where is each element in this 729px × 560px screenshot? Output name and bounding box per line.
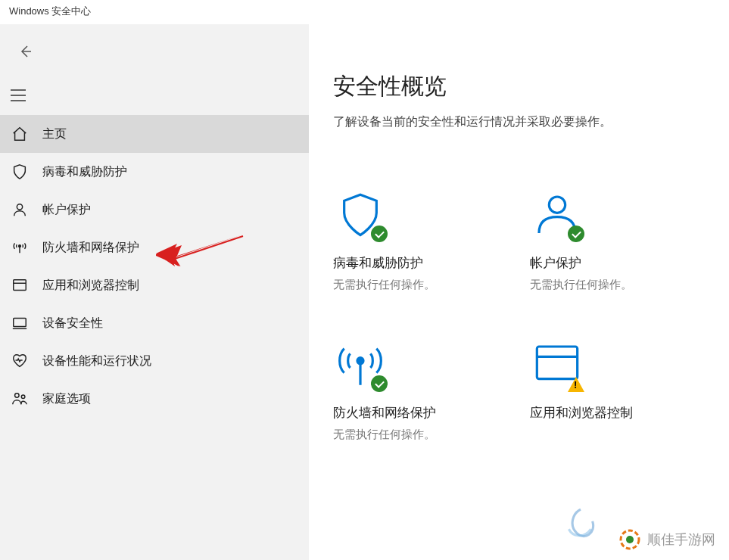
sidebar-item-label: 应用和浏览器控制 [42,278,139,294]
page-subtitle: 了解设备当前的安全性和运行情况并采取必要操作。 [333,114,705,130]
svg-point-12 [549,197,565,213]
sidebar-item-firewall[interactable]: 防火墙和网络保护 [0,229,309,266]
card-account[interactable]: 帐户保护 无需执行任何操作。 [530,191,681,292]
sidebar-item-device[interactable]: 设备安全性 [0,304,309,342]
device-icon [11,314,29,332]
svg-point-10 [15,394,19,398]
sidebar: 主页 病毒和威胁防护 帐户保护 防火墙和网络保护 [0,24,309,560]
hamburger-menu[interactable] [3,80,33,110]
card-appbrowser[interactable]: 应用和浏览器控制 [530,341,681,442]
status-ok-badge [371,226,388,242]
card-title: 防火墙和网络保护 [333,404,436,422]
sidebar-item-label: 主页 [42,126,67,142]
svg-point-11 [21,395,25,399]
svg-point-13 [357,358,363,364]
sidebar-item-health[interactable]: 设备性能和运行状况 [0,342,309,380]
card-title: 应用和浏览器控制 [530,404,633,422]
browser-icon [11,276,29,294]
family-icon [11,390,29,408]
svg-rect-14 [537,347,577,379]
sidebar-item-appbrowser[interactable]: 应用和浏览器控制 [0,266,309,304]
person-large-icon [533,191,581,239]
svg-point-4 [17,204,22,210]
sidebar-item-home[interactable]: 主页 [0,115,309,153]
window-title: Windows 安全中心 [0,0,729,24]
person-icon [11,201,29,219]
back-button[interactable] [11,36,41,67]
card-status: 无需执行任何操作。 [333,428,435,442]
heart-icon [11,352,29,370]
svg-point-5 [19,245,21,247]
card-firewall[interactable]: 防火墙和网络保护 无需执行任何操作。 [333,341,484,442]
sidebar-item-label: 帐户保护 [42,202,91,218]
card-virus[interactable]: 病毒和威胁防护 无需执行任何操作。 [333,191,484,292]
cards-grid: 病毒和威胁防护 无需执行任何操作。 帐户保护 无需执行任何操作。 防火墙和网络保… [333,191,705,442]
nav-list: 主页 病毒和威胁防护 帐户保护 防火墙和网络保护 [0,115,309,418]
antenna-large-icon [336,341,385,389]
card-title: 病毒和威胁防护 [333,254,423,272]
sidebar-item-label: 防火墙和网络保护 [42,240,139,256]
sidebar-item-label: 家庭选项 [42,391,91,407]
sidebar-item-label: 设备安全性 [42,316,103,331]
sidebar-item-label: 设备性能和运行状况 [42,353,151,369]
svg-rect-8 [14,319,26,327]
browser-large-icon [533,341,581,389]
card-title: 帐户保护 [530,254,581,272]
status-warn-badge [568,377,584,392]
status-ok-badge [371,375,388,392]
card-status: 无需执行任何操作。 [530,278,632,292]
svg-rect-6 [14,280,26,291]
status-ok-badge [568,226,584,242]
sidebar-item-account[interactable]: 帐户保护 [0,191,309,229]
antenna-icon [11,238,29,257]
watermark-swirl-icon [561,506,600,545]
sidebar-item-family[interactable]: 家庭选项 [0,380,309,418]
sidebar-item-virus[interactable]: 病毒和威胁防护 [0,153,309,191]
main-content: 安全性概览 了解设备当前的安全性和运行情况并采取必要操作。 病毒和威胁防护 无需… [309,24,729,560]
sidebar-item-label: 病毒和威胁防护 [42,164,127,180]
page-title: 安全性概览 [333,71,705,102]
shield-icon [11,163,29,181]
shield-large-icon [336,191,385,239]
home-icon [11,125,29,143]
card-status: 无需执行任何操作。 [333,278,435,292]
